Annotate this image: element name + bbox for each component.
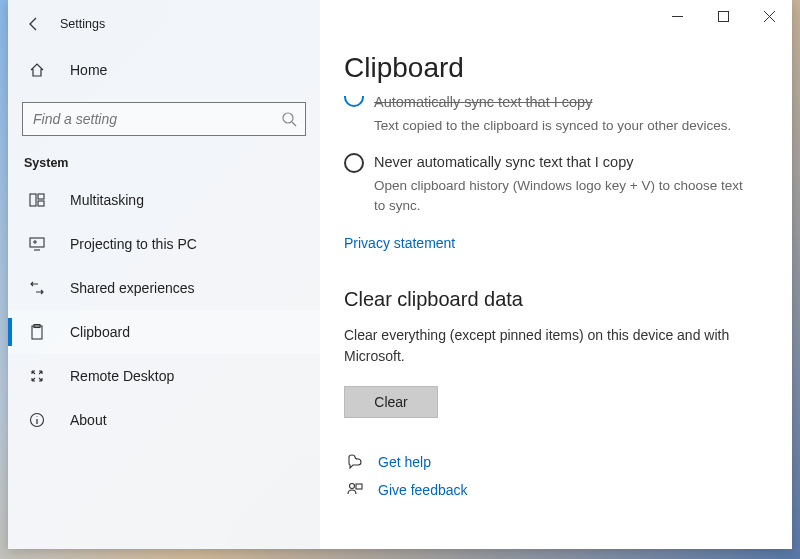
help-links: Get help Give feedback — [344, 454, 756, 498]
radio-option-auto-sync[interactable]: Automatically sync text that I copy Text… — [344, 98, 756, 136]
titlebar-left: Settings — [8, 6, 320, 42]
shared-experiences-icon — [26, 280, 48, 296]
search-icon — [281, 111, 297, 127]
clear-button[interactable]: Clear — [344, 386, 438, 418]
search-field[interactable] — [33, 111, 281, 127]
radio-description: Text copied to the clipboard is synced t… — [374, 116, 731, 136]
window-controls — [654, 0, 792, 32]
give-feedback-link[interactable]: Give feedback — [344, 482, 756, 498]
arrow-left-icon — [26, 16, 42, 32]
sidebar-item-label: Home — [70, 62, 107, 78]
radio-label: Never automatically sync text that I cop… — [374, 152, 756, 172]
help-label: Get help — [378, 454, 431, 470]
sidebar-item-label: Multitasking — [70, 192, 144, 208]
section-heading: Clear clipboard data — [344, 288, 756, 311]
svg-point-9 — [350, 483, 355, 488]
minimize-icon — [672, 11, 683, 22]
svg-rect-2 — [38, 194, 44, 199]
feedback-icon — [344, 482, 366, 498]
sidebar-item-multitasking[interactable]: Multitasking — [8, 178, 320, 222]
sidebar-item-about[interactable]: About — [8, 398, 320, 442]
svg-rect-3 — [38, 201, 44, 206]
projecting-icon — [26, 236, 48, 252]
info-icon — [26, 412, 48, 428]
clipboard-icon — [26, 324, 48, 340]
remote-desktop-icon — [26, 368, 48, 384]
close-button[interactable] — [746, 0, 792, 32]
radio-description: Open clipboard history (Windows logo key… — [374, 176, 756, 215]
minimize-button[interactable] — [654, 0, 700, 32]
radio-option-never-sync[interactable]: Never automatically sync text that I cop… — [344, 152, 756, 215]
section-label: System — [24, 156, 320, 170]
sidebar-item-label: Projecting to this PC — [70, 236, 197, 252]
maximize-button[interactable] — [700, 0, 746, 32]
page-body: Clipboard Automatically sync text that I… — [320, 0, 792, 498]
section-description: Clear everything (except pinned items) o… — [344, 325, 756, 366]
privacy-statement-link[interactable]: Privacy statement — [344, 235, 455, 251]
sidebar-item-label: About — [70, 412, 107, 428]
sidebar-item-label: Clipboard — [70, 324, 130, 340]
page-title: Clipboard — [344, 52, 756, 84]
content-pane: Clipboard Automatically sync text that I… — [320, 0, 792, 549]
sidebar-item-clipboard[interactable]: Clipboard — [8, 310, 320, 354]
maximize-icon — [718, 11, 729, 22]
svg-rect-1 — [30, 194, 36, 206]
sidebar-item-label: Remote Desktop — [70, 368, 174, 384]
sidebar-item-label: Shared experiences — [70, 280, 195, 296]
svg-point-0 — [283, 113, 293, 123]
sidebar-item-remote-desktop[interactable]: Remote Desktop — [8, 354, 320, 398]
sidebar-nav: Multitasking Projecting to this PC Share… — [8, 178, 320, 442]
close-icon — [764, 11, 775, 22]
svg-rect-10 — [356, 484, 362, 489]
radio-icon[interactable] — [344, 96, 364, 107]
feedback-label: Give feedback — [378, 482, 468, 498]
svg-rect-8 — [718, 11, 728, 21]
multitasking-icon — [26, 192, 48, 208]
get-help-link[interactable]: Get help — [344, 454, 756, 470]
sidebar-item-projecting[interactable]: Projecting to this PC — [8, 222, 320, 266]
sidebar: Settings Home System Multitasking — [8, 0, 320, 549]
search-input[interactable] — [22, 102, 306, 136]
sidebar-item-home[interactable]: Home — [8, 48, 320, 92]
help-icon — [344, 454, 366, 470]
radio-label: Automatically sync text that I copy — [374, 92, 731, 112]
back-button[interactable] — [16, 6, 52, 42]
radio-icon[interactable] — [344, 153, 364, 173]
app-title: Settings — [60, 17, 105, 31]
sidebar-item-shared-experiences[interactable]: Shared experiences — [8, 266, 320, 310]
home-icon — [26, 62, 48, 78]
settings-window: Settings Home System Multitasking — [8, 0, 792, 549]
